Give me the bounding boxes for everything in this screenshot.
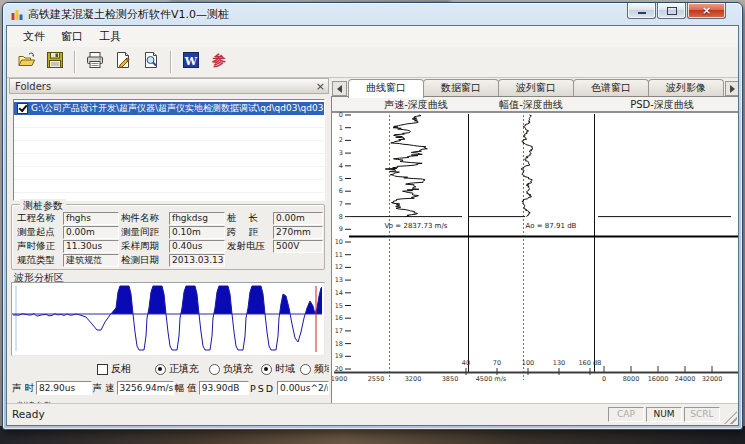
param-field[interactable]: fhghs [63, 212, 119, 225]
app-icon [11, 7, 24, 20]
reading-label: 幅 值 [175, 382, 197, 395]
radio-icon [261, 364, 272, 375]
folders-list[interactable]: G:\公司产品设计开发\超声仪器\超声仪实地检测数据调试\qd\qd03\qd0… [13, 99, 325, 201]
radio-time-domain[interactable]: 时域 [261, 362, 295, 376]
param-field[interactable]: 11.30us [63, 240, 119, 253]
page-edit-button[interactable] [109, 48, 137, 76]
param-field[interactable]: 0.00m [273, 212, 323, 225]
print-button[interactable] [81, 48, 109, 76]
folders-panel: Folders × G:\公司产品设计开发\超声仪器\超声仪实地检测数据调试\q… [9, 78, 329, 408]
tab-2[interactable]: 波列窗口 [498, 79, 574, 96]
x-axis-label: 130 [553, 359, 565, 367]
right-arrow-icon [730, 85, 735, 93]
pile-params-grid: 工程名称fhghs构件名称fhgkdsg桩 长0.00m测量起点0.00m测量间… [17, 212, 323, 267]
param-field[interactable]: 270mm [273, 226, 323, 239]
param-field[interactable]: 0.10m [169, 226, 225, 239]
waveform-controls: 反相 正填充 负填充 时域 [9, 362, 329, 378]
panel-close-icon[interactable]: × [316, 79, 325, 94]
toolbar-separator [74, 51, 76, 73]
readings-row: 声 时82.90us声 速3256.94m/s幅 值93.90dBPSD0.00… [11, 380, 329, 396]
invert-checkbox[interactable]: 反相 [97, 362, 131, 376]
minimize-icon [638, 12, 646, 14]
tab-3[interactable]: 色谱窗口 [573, 79, 649, 96]
x-axis-label: 1900 [331, 375, 347, 383]
y-axis-label: 19 [332, 352, 343, 360]
param-field[interactable]: 500V [273, 240, 323, 253]
indicator-num: NUM [646, 407, 682, 422]
close-icon: × [702, 4, 711, 17]
open-folder-button[interactable] [13, 48, 41, 76]
chart-area[interactable]: 0123456789101112131415161718192019002550… [332, 113, 739, 405]
tab-scroll-left-button[interactable] [332, 81, 347, 96]
window-controls: × [626, 3, 726, 19]
reading-field[interactable]: 0.00us^2/m [277, 381, 329, 395]
reading-field[interactable]: 3256.94m/s [117, 381, 174, 395]
param-field[interactable]: fhgkdsg [169, 212, 225, 225]
x-axis-label: 0 [602, 375, 606, 383]
resize-grip[interactable] [724, 411, 737, 424]
tab-0[interactable]: 曲线窗口 [348, 79, 424, 98]
chart-title-0: 声速-深度曲线 [384, 98, 448, 112]
freq-domain-label: 频域 [314, 362, 329, 376]
tab-4[interactable]: 波列影像 [648, 79, 724, 96]
params-button[interactable]: 参 [205, 48, 233, 76]
close-button[interactable]: × [687, 3, 726, 19]
param-label: 检测日期 [121, 254, 167, 267]
chart-title-2: PSD-深度曲线 [630, 98, 694, 112]
param-field[interactable]: 0.00m [63, 226, 119, 239]
y-axis-label: 8 [332, 213, 343, 221]
minimize-button[interactable] [627, 3, 656, 19]
params-icon: 参 [209, 50, 229, 74]
x-axis-label: 40 [462, 359, 470, 367]
param-field[interactable]: 2013.03.13 [169, 254, 225, 267]
y-axis-label: 11 [332, 251, 343, 259]
radio-freq-domain[interactable]: 频域 [300, 362, 329, 376]
y-axis-label: 5 [332, 175, 343, 183]
param-field[interactable]: 建筑规范 [63, 254, 119, 267]
reading-field[interactable]: 82.90us [36, 381, 91, 395]
param-field[interactable]: 0.40us [169, 240, 225, 253]
x-axis-label: 160 dB [578, 359, 601, 367]
y-axis-label: 17 [332, 327, 343, 335]
app-window: 高铁建某混凝土检测分析软件V1.0—测桩 × 文件窗口工具 W参 Folders… [2, 2, 743, 430]
word-export-button[interactable]: W [177, 48, 205, 76]
menu-item-1[interactable]: 窗口 [53, 27, 91, 46]
x-axis-label: 70 [493, 359, 501, 367]
titlebar[interactable]: 高铁建某混凝土检测分析软件V1.0—测桩 × [3, 3, 742, 25]
chart-panel: 曲线窗口数据窗口波列窗口色谱窗口波列影像 声速-深度曲线幅值-深度曲线PSD-深… [331, 78, 739, 408]
maximize-icon [667, 7, 677, 15]
x-axis-label: 3850 [442, 375, 459, 383]
folder-checkbox[interactable] [17, 103, 28, 114]
maximize-button[interactable] [657, 3, 686, 19]
menubar: 文件窗口工具 [7, 26, 738, 48]
tab-scroll-right-button[interactable] [725, 81, 739, 96]
menu-item-2[interactable]: 工具 [91, 27, 129, 46]
pile-params-title: 测桩参数 [20, 199, 66, 213]
param-label: 测量间距 [121, 226, 167, 239]
reading-label: 声 时 [12, 382, 34, 395]
folders-panel-header[interactable]: Folders × [9, 78, 329, 94]
curve-window-content: 声速-深度曲线幅值-深度曲线PSD-深度曲线 01234567891011121… [331, 96, 739, 408]
y-axis-label: 16 [332, 314, 343, 322]
tab-1[interactable]: 数据窗口 [423, 79, 499, 96]
chart-title-1: 幅值-深度曲线 [499, 98, 563, 112]
radio-fill-negative[interactable]: 负填充 [209, 362, 253, 376]
chart-header-band: 声速-深度曲线幅值-深度曲线PSD-深度曲线 [332, 97, 739, 113]
tab-bar: 曲线窗口数据窗口波列窗口色谱窗口波列影像 [331, 78, 739, 96]
radio-fill-positive[interactable]: 正填充 [155, 362, 199, 376]
print-preview-button[interactable] [137, 48, 165, 76]
open-folder-icon [17, 50, 37, 74]
y-axis-label: 9 [332, 225, 343, 233]
param-label: 测量起点 [17, 226, 61, 239]
waveform-canvas[interactable] [11, 282, 325, 356]
param-label: 发射电压 [227, 240, 271, 253]
time-domain-label: 时域 [275, 362, 295, 376]
list-divider [14, 141, 324, 154]
annotation-v0: Vo = 2837.73 m/s [385, 222, 448, 230]
folder-list-item[interactable]: G:\公司产品设计开发\超声仪器\超声仪实地检测数据调试\qd\qd03\qd0… [14, 102, 324, 115]
x-axis-label: 3200 [405, 375, 422, 383]
reading-field[interactable]: 93.90dB [199, 381, 249, 395]
menu-item-0[interactable]: 文件 [15, 27, 53, 46]
checkbox-icon [97, 364, 108, 375]
save-button[interactable] [41, 48, 69, 76]
